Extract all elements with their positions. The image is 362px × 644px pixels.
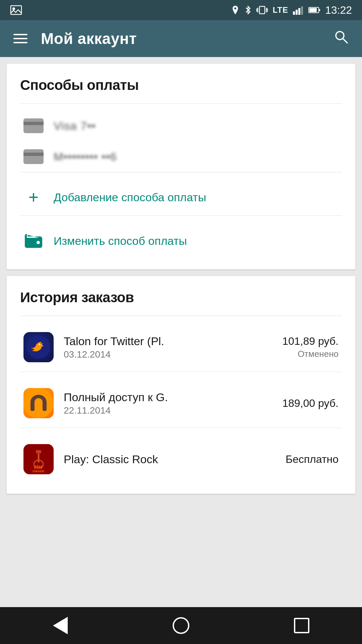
search-icon [334, 30, 349, 44]
home-button[interactable] [164, 609, 198, 642]
svg-point-19 [23, 388, 54, 418]
svg-rect-12 [319, 9, 320, 11]
plus-icon: + [23, 189, 44, 206]
wallet-svg [24, 232, 43, 249]
payment-methods-card: Способы оплаты Visa 7•• M•••••••• ••6 + … [7, 64, 355, 269]
visa-card-item[interactable]: Visa 7•• [20, 110, 342, 141]
order-divider-2 [20, 428, 342, 428]
talon-order-name: Talon for Twitter (Pl. [64, 335, 272, 348]
status-bar-left [10, 5, 22, 15]
order-item-classic[interactable]: play classic Play: Classic Rock Бесплатн… [20, 435, 342, 484]
svg-rect-25 [36, 450, 41, 453]
visa-card-number: Visa 7•• [54, 119, 96, 132]
page-title: Мой аккаунт [41, 30, 330, 48]
headphones-order-date: 22.11.2014 [64, 405, 272, 416]
classic-order-info: Play: Classic Rock [64, 453, 276, 466]
recents-icon [294, 618, 309, 633]
divider-1 [20, 103, 342, 104]
svg-rect-0 [11, 6, 21, 14]
payment-section-title: Способы оплаты [20, 77, 342, 93]
svg-rect-20 [31, 406, 35, 411]
headphones-svg [23, 388, 54, 418]
orders-divider [20, 316, 342, 316]
main-content: Способы оплаты Visa 7•• M•••••••• ••6 + … [0, 57, 362, 607]
divider-2 [20, 172, 342, 172]
svg-point-16 [37, 241, 40, 244]
svg-rect-2 [259, 6, 265, 14]
talon-price-area: 101,89 руб. Отменено [282, 335, 339, 359]
image-icon [10, 5, 22, 15]
svg-point-18 [39, 344, 40, 345]
mastercard-item[interactable]: M•••••••• ••6 [20, 141, 342, 172]
network-indicator: LTE [273, 5, 288, 15]
status-bar: LTE 13:22 [0, 0, 362, 20]
classic-price: Бесплатно [286, 453, 339, 466]
home-icon [173, 617, 189, 634]
divider-3 [20, 215, 342, 216]
status-bar-right: LTE 13:22 [231, 4, 352, 16]
back-icon [53, 617, 68, 634]
location-icon [231, 5, 240, 15]
headphones-order-name: Полный доступ к G. [64, 391, 272, 404]
talon-order-info: Talon for Twitter (Pl. 03.12.2014 [64, 335, 272, 360]
change-payment-item[interactable]: Изменить способ оплаты [20, 222, 342, 259]
svg-line-15 [343, 39, 347, 43]
orders-section-title: История заказов [20, 289, 342, 306]
order-item-headphones[interactable]: Полный доступ к G. 22.11.2014 189,00 руб… [20, 379, 342, 428]
vibrate-icon [256, 5, 268, 15]
back-button[interactable] [44, 609, 77, 642]
talon-status: Отменено [282, 349, 339, 359]
headphones-price: 189,00 руб. [282, 397, 339, 410]
svg-rect-7 [293, 11, 295, 15]
menu-button[interactable] [10, 31, 31, 47]
battery-icon [308, 6, 320, 14]
wallet-icon [23, 232, 44, 250]
order-divider-1 [20, 372, 342, 372]
headphones-order-info: Полный доступ к G. 22.11.2014 [64, 391, 272, 416]
signal-icon [293, 5, 304, 15]
headphones-price-area: 189,00 руб. [282, 397, 339, 410]
nav-bar [0, 607, 362, 644]
talon-order-date: 03.12.2014 [64, 349, 272, 360]
order-item-talon[interactable]: Talon for Twitter (Pl. 03.12.2014 101,89… [20, 323, 342, 372]
add-payment-label: Добавление способа оплаты [54, 191, 206, 204]
talon-price: 101,89 руб. [282, 335, 339, 347]
app-bar: Мой аккаунт [0, 20, 362, 57]
add-payment-item[interactable]: + Добавление способа оплаты [20, 179, 342, 215]
svg-rect-9 [298, 8, 300, 15]
bluetooth-icon [244, 5, 252, 15]
classic-app-icon: play classic [23, 444, 54, 474]
mastercard-number: M•••••••• ••6 [54, 150, 117, 163]
svg-rect-21 [43, 406, 47, 411]
classic-price-area: Бесплатно [286, 453, 339, 466]
mastercard-icon [23, 149, 44, 164]
talon-bird-svg [27, 335, 50, 359]
svg-point-1 [12, 7, 15, 10]
order-history-card: История заказов Talon for Twitter (Pl. 0… [7, 276, 355, 494]
svg-rect-13 [309, 8, 317, 12]
svg-rect-8 [296, 10, 298, 15]
recents-button[interactable] [285, 609, 318, 642]
status-time: 13:22 [325, 4, 352, 16]
svg-rect-10 [301, 6, 303, 15]
headphones-app-icon [23, 388, 54, 418]
search-button[interactable] [330, 26, 352, 51]
visa-card-icon [23, 118, 44, 133]
change-payment-label: Изменить способ оплаты [54, 234, 187, 248]
classic-order-name: Play: Classic Rock [64, 453, 276, 466]
talon-app-icon [23, 332, 54, 362]
